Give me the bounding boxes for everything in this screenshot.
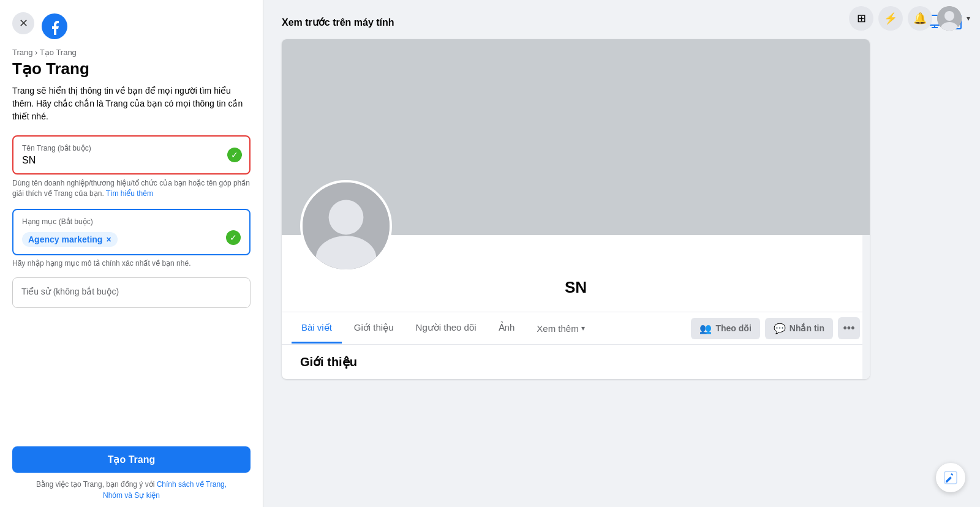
grid-icon-btn[interactable]: ⊞ [849, 6, 873, 31]
chevron-down-icon: ▾ [967, 14, 970, 23]
more-button[interactable]: ••• [838, 317, 860, 339]
page-name-preview: SN [300, 278, 851, 297]
name-field-label: Tên Trang (bắt buộc) [22, 144, 241, 152]
cover-photo [282, 39, 870, 235]
bell-icon-btn[interactable]: 🔔 [908, 6, 932, 31]
grid-icon: ⊞ [857, 12, 866, 25]
category-tag: Agency marketing × [22, 232, 118, 247]
top-nav: ⊞ ⚡ 🔔 ▾ [849, 0, 980, 37]
create-page-button[interactable]: Tạo Trang [12, 446, 251, 473]
fb-page-preview: SN Bài viết Giới thiệu Người theo dõi Ản… [282, 39, 870, 379]
nav-item-gioi-thieu[interactable]: Giới thiệu [344, 314, 404, 344]
bio-field-group: Tiểu sử (không bắt buộc) [12, 277, 251, 308]
category-hint: Hãy nhập hạng mục mô tả chính xác nhất v… [12, 259, 251, 268]
edit-icon [944, 471, 957, 484]
category-tag-close[interactable]: × [106, 235, 111, 244]
name-field-group: Tên Trang (bắt buộc) ✓ [12, 135, 251, 175]
nhan-tin-icon: 💬 [774, 323, 786, 334]
intro-title: Giới thiệu [300, 355, 851, 369]
bell-icon: 🔔 [913, 12, 927, 25]
terms-text: Bằng việc tạo Trang, bạn đồng ý với Chín… [12, 479, 251, 507]
facebook-logo [42, 13, 67, 39]
profile-picture [300, 180, 392, 272]
category-field-label: Hạng mục (Bắt buộc) [22, 217, 241, 226]
left-panel: ✕ Trang › Tạo Trang Tạo Trang Trang sẽ h… [0, 0, 263, 507]
name-input[interactable] [22, 155, 241, 166]
edit-fab-button[interactable] [936, 463, 965, 492]
terms-link-2[interactable]: Nhóm và Sự kiện [103, 491, 160, 500]
theo-doi-button[interactable]: 👥 Theo dõi [691, 318, 760, 339]
intro-section: Giới thiệu [282, 345, 870, 379]
close-button[interactable]: ✕ [12, 12, 34, 34]
form-section: Tên Trang (bắt buộc) ✓ Dùng tên doanh ng… [12, 135, 251, 446]
messenger-icon-btn[interactable]: ⚡ [878, 6, 903, 31]
preview-nav: Bài viết Giới thiệu Người theo dõi Ảnh X… [282, 312, 870, 345]
theo-doi-icon: 👥 [699, 323, 712, 334]
nhan-tin-button[interactable]: 💬 Nhắn tin [765, 318, 833, 339]
preview-actions: 👥 Theo dõi 💬 Nhắn tin ••• [691, 312, 860, 344]
nav-item-xem-them[interactable]: Xem thêm ▾ [527, 315, 594, 342]
svg-point-10 [329, 200, 364, 235]
user-avatar[interactable] [937, 6, 962, 31]
learn-more-link[interactable]: Tìm hiểu thêm [106, 189, 153, 198]
bottom-actions: Tạo Trang Bằng việc tạo Trang, bạn đồng … [12, 446, 251, 507]
svg-point-1 [944, 11, 954, 21]
profile-picture-area [300, 180, 392, 272]
name-check-icon: ✓ [227, 148, 242, 162]
close-icon: ✕ [19, 17, 28, 30]
category-field-group: Hạng mục (Bắt buộc) Agency marketing × ✓ [12, 209, 251, 255]
nav-item-nguoi-theo-doi[interactable]: Người theo dõi [406, 314, 486, 344]
page-title: Tạo Trang [12, 59, 251, 78]
bio-field-label: Tiểu sử (không bắt buộc) [21, 287, 241, 296]
main-layout: ✕ Trang › Tạo Trang Tạo Trang Trang sẽ h… [0, 0, 980, 507]
chevron-down-icon: ▾ [581, 324, 585, 332]
category-check-icon: ✓ [226, 230, 241, 245]
nav-item-bai-viet[interactable]: Bài viết [292, 314, 342, 344]
header-row: ✕ [12, 12, 251, 40]
messenger-icon: ⚡ [884, 12, 897, 25]
name-hint-text: Dùng tên doanh nghiệp/thương hiệu/tổ chứ… [12, 178, 251, 199]
preview-title: Xem trước trên máy tính [282, 17, 394, 28]
terms-link-1[interactable]: Chính sách về Trang, [157, 480, 227, 489]
nav-item-anh[interactable]: Ảnh [489, 314, 525, 344]
page-description: Trang sẽ hiển thị thông tin về bạn để mọ… [12, 85, 251, 123]
right-panel: Xem trước trên máy tính [263, 0, 980, 507]
avatar-image [937, 6, 962, 31]
breadcrumb: Trang › Tạo Trang [12, 48, 251, 57]
